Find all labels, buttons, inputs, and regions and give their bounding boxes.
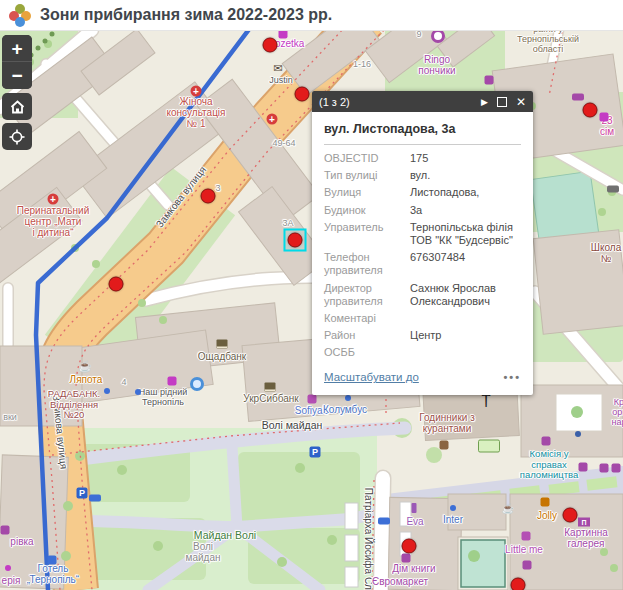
feature-marker[interactable]: [402, 539, 417, 554]
map-label: Ощадбанк: [198, 351, 246, 362]
field-label: Управитель: [324, 221, 402, 247]
map-label: Little me: [505, 544, 543, 555]
map-label: Кр орг нар: [612, 397, 623, 427]
playground-icon: [478, 440, 500, 453]
field-row: Телефон управителя 676307484: [324, 251, 521, 277]
lock-icon: [542, 437, 551, 446]
popup-pager: (1 з 2): [319, 96, 481, 108]
field-value: Тернопільська філія ТОВ "КК "Будсервіс": [410, 221, 521, 247]
map-label: рівка: [10, 536, 33, 547]
bank-icon: [265, 383, 276, 392]
shop-icon: [600, 464, 609, 473]
map-label: 49-64: [272, 138, 295, 148]
popup-body: вул. Листопадова, 3а OBJECTID 175 Тип ву…: [312, 112, 533, 363]
field-label: Телефон управителя: [324, 251, 402, 277]
field-value: 676307484: [410, 251, 521, 277]
cosmetics-icon: [412, 503, 417, 513]
feature-marker[interactable]: [263, 38, 278, 53]
map-label: Колумбус: [323, 404, 367, 415]
field-value: вул.: [410, 169, 521, 182]
map-label: Комісія у справах паломництва: [520, 449, 578, 481]
locate-button[interactable]: [2, 123, 32, 150]
field-value: Сахнюк Ярослав Олександрович: [410, 282, 521, 308]
feature-marker[interactable]: [511, 578, 526, 590]
popup-header[interactable]: (1 з 2) ▶ ✕: [312, 91, 533, 112]
gallery-icon: Π: [578, 518, 590, 527]
shop-icon: [1, 526, 10, 535]
field-label: Вулиця: [324, 186, 402, 199]
zoom-out-button[interactable]: −: [2, 62, 32, 89]
post-office-icon: ✉: [273, 62, 282, 75]
map-label: Годинники з курантами: [419, 412, 474, 434]
zoom-in-button[interactable]: +: [2, 35, 32, 62]
home-button[interactable]: [2, 93, 32, 120]
app-logo-icon: [9, 4, 31, 26]
poi-dot: [104, 388, 110, 394]
plus-icon: +: [11, 39, 22, 58]
map-label: Дім книги: [392, 563, 435, 574]
parking-icon: P: [310, 447, 321, 458]
popup-footer: Масштабувати до •••: [312, 363, 533, 395]
shop-icon: [579, 463, 588, 472]
poi-dot: [5, 565, 11, 571]
field-label: Директор управителя: [324, 282, 402, 308]
book-shop-icon: [402, 554, 411, 563]
donut-shop-icon: [431, 30, 445, 43]
scooter-icon: [523, 561, 532, 570]
cafe-icon: ☕: [502, 503, 514, 514]
feature-marker[interactable]: [288, 233, 303, 248]
map-controls: + −: [2, 35, 32, 153]
map-label: 1-16: [353, 59, 371, 69]
field-value: [410, 346, 521, 359]
app-header: Зони прибирання зима 2022-2023 рр.: [0, 0, 623, 31]
map-label: 3: [215, 183, 220, 193]
map-label: вки: [3, 412, 17, 422]
map-label: Євромаркет: [372, 576, 428, 587]
close-icon[interactable]: ✕: [516, 96, 526, 108]
field-value: 3а: [410, 204, 521, 217]
zoom-to-link[interactable]: Масштабувати до: [324, 371, 419, 383]
maximize-icon[interactable]: [497, 97, 507, 107]
shop-icon: [612, 464, 621, 473]
field-row: Тип вулиці вул.: [324, 169, 521, 182]
field-row: Будинок 3а: [324, 204, 521, 217]
fountain-icon: [190, 377, 204, 391]
bus-icon: [89, 495, 101, 502]
clothes-shop-icon: [522, 532, 531, 541]
car-shop-icon: [572, 94, 584, 101]
poi-dot: [575, 431, 581, 437]
field-row: Коментарі: [324, 312, 521, 325]
field-value: [410, 312, 521, 325]
shop-basket-icon: [600, 113, 609, 122]
page-title: Зони прибирання зима 2022-2023 рр.: [40, 6, 332, 24]
clothes-shop-icon: [308, 395, 317, 404]
minus-icon: −: [11, 66, 22, 85]
parking-icon: P: [77, 488, 88, 499]
map-label: 3А: [282, 218, 293, 228]
wine-bar-icon: [485, 76, 494, 85]
map-label: Jolly: [537, 510, 557, 521]
field-row: Район Центр: [324, 329, 521, 342]
feature-marker[interactable]: [563, 508, 578, 523]
shopping-bag-icon: [279, 30, 288, 39]
more-options-icon[interactable]: •••: [503, 371, 521, 383]
map-label: УкрСиббанк: [243, 393, 298, 404]
next-feature-icon[interactable]: ▶: [481, 97, 488, 107]
feature-marker[interactable]: [109, 277, 124, 292]
map-label: Перинатальний центр „Мати і дитина“: [17, 205, 90, 239]
feature-marker[interactable]: [201, 189, 216, 204]
field-label: Район: [324, 329, 402, 342]
hospital-cross-icon: +: [191, 86, 202, 97]
feature-marker[interactable]: [583, 103, 598, 118]
feature-marker[interactable]: [295, 87, 310, 102]
poi-dot: [450, 505, 456, 511]
popup-title: вул. Листопадова, 3а: [324, 120, 521, 145]
field-label: ОСББ: [324, 346, 402, 359]
map-label: Готель „Тернопіль“: [27, 563, 79, 585]
map-label: Школа №: [591, 242, 621, 264]
field-value: Центр: [410, 329, 521, 342]
map-label: Картинна галерея: [564, 527, 608, 549]
map-label: Ляпота: [70, 374, 103, 385]
pharmacy-cross-icon: +: [267, 114, 278, 125]
map-label: ерія: [2, 575, 21, 586]
